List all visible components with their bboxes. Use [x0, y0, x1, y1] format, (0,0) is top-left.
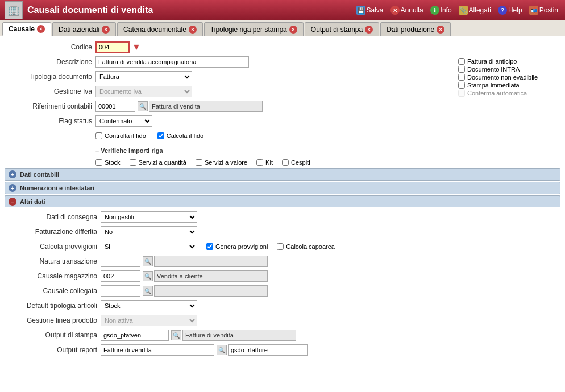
tab-causale[interactable]: Causale × — [2, 22, 51, 36]
output-stampa-desc-input[interactable] — [182, 330, 296, 341]
fatturazione-differita-row: Fatturazione differita No — [10, 226, 555, 238]
gestione-linea-select[interactable]: Non attiva — [101, 315, 197, 326]
natura-transazione-code-input[interactable] — [101, 256, 140, 267]
tipologia-select[interactable]: Fattura — [95, 71, 192, 82]
fatturazione-differita-select[interactable]: No — [101, 226, 197, 237]
tab-close-icon[interactable]: × — [365, 26, 373, 34]
output-stampa-code-input[interactable] — [101, 330, 169, 341]
genera-provvigioni-label: Genera provvigioni — [215, 243, 268, 250]
calcola-fido-checkbox[interactable] — [157, 132, 164, 139]
stock-label: Stock — [105, 159, 121, 166]
tab-close-icon[interactable]: × — [37, 25, 45, 33]
save-button[interactable]: 💾 Salva — [354, 5, 386, 16]
numerazioni-header[interactable]: + Numerazioni e intestatari — [5, 182, 560, 194]
controlla-fido-checkbox[interactable] — [95, 132, 102, 139]
output-stampa-label: Output di stampa — [10, 331, 101, 339]
dati-contabili-section: + Dati contabili — [5, 168, 560, 181]
allegati-icon: 📎 — [459, 6, 468, 15]
altri-dati-title: Altri dati — [20, 198, 45, 205]
tab-catena-documentale[interactable]: Catena documentale × — [117, 22, 203, 36]
cancel-icon: ✕ — [390, 6, 400, 15]
natura-transazione-search-button[interactable]: 🔍 — [143, 256, 153, 266]
output-stampa-search-button[interactable]: 🔍 — [171, 330, 181, 340]
cancel-button[interactable]: ✕ Annulla — [388, 5, 426, 16]
natura-transazione-desc-input[interactable] — [154, 256, 268, 267]
output-report-label: Output report — [10, 346, 101, 354]
servizi-valore-checkbox[interactable] — [196, 159, 202, 166]
allegati-button[interactable]: 📎 Allegati — [456, 5, 493, 16]
causale-magazzino-desc-input[interactable] — [154, 270, 268, 282]
tab-close-icon[interactable]: × — [189, 26, 197, 34]
altri-dati-content: Dati di consegna Non gestiti Fatturazion… — [5, 207, 560, 362]
dati-contabili-header[interactable]: + Dati contabili — [5, 169, 560, 180]
dati-consegna-select[interactable]: Non gestiti — [101, 211, 197, 223]
documento-non-evadibile-row: Documento non evadibile — [458, 74, 560, 81]
flag-status-select[interactable]: Confermato — [95, 115, 152, 127]
conferma-automatica-checkbox[interactable] — [458, 90, 465, 97]
calcola-capoarea-row: Calcola capoarea — [277, 243, 335, 250]
gestione-linea-label: Gestione linea prodotto — [10, 316, 101, 324]
output-report-search-button[interactable]: 🔍 — [217, 345, 227, 355]
fido-row: Controlla il fido Calcola il fido — [5, 130, 447, 142]
documento-non-evadibile-checkbox[interactable] — [458, 74, 465, 81]
riferimenti-search-button[interactable]: 🔍 — [138, 101, 148, 111]
postin-button[interactable]: 📬 Postin — [527, 5, 560, 16]
controlla-fido-label: Controlla il fido — [105, 132, 146, 139]
riferimenti-label: Riferimenti contabili — [5, 102, 95, 110]
cespiti-label: Cespiti — [291, 159, 310, 166]
default-tipologia-select[interactable]: Stock — [101, 300, 197, 311]
output-report-code-input[interactable] — [101, 344, 214, 356]
main-content: Codice ▼ Descrizione Tipologia documento… — [0, 36, 565, 392]
kit-checkbox[interactable] — [256, 159, 263, 166]
descrizione-input[interactable] — [95, 56, 249, 68]
servizi-quantita-checkbox[interactable] — [130, 159, 136, 166]
causale-collegata-code-input[interactable] — [101, 285, 140, 297]
info-button[interactable]: ℹ Info — [428, 5, 454, 16]
gestione-iva-label: Gestione Iva — [5, 87, 95, 95]
riferimenti-fields: 🔍 — [95, 101, 263, 112]
tab-close-icon[interactable]: × — [102, 26, 110, 34]
tab-dati-produzione[interactable]: Dati produzione × — [380, 22, 451, 36]
tab-dati-aziendali[interactable]: Dati aziendali × — [52, 22, 116, 36]
calcola-capoarea-checkbox[interactable] — [277, 243, 284, 250]
riferimenti-desc-input[interactable] — [149, 101, 263, 112]
help-button[interactable]: ? Help — [496, 5, 525, 16]
causale-collegata-search-button[interactable]: 🔍 — [143, 286, 153, 296]
riferimenti-code-input[interactable] — [95, 101, 135, 112]
documento-intra-checkbox[interactable] — [458, 66, 465, 73]
help-icon: ? — [498, 6, 507, 15]
riferimenti-row: Riferimenti contabili 🔍 — [5, 100, 447, 112]
calcola-provvigioni-label: Calcola provvigioni — [10, 243, 101, 251]
gestione-iva-row: Gestione Iva Documento Iva — [5, 85, 447, 98]
output-report-desc-input[interactable] — [228, 344, 308, 356]
causale-collegata-fields: 🔍 — [101, 285, 268, 297]
causale-collegata-desc-input[interactable] — [154, 285, 268, 297]
tab-output-stampa[interactable]: Output di stampa × — [305, 22, 379, 36]
cespiti-checkbox[interactable] — [282, 159, 289, 166]
fatturazione-differita-label: Fatturazione differita — [10, 228, 101, 236]
dati-contabili-title: Dati contabili — [20, 171, 59, 178]
stampa-immediata-checkbox[interactable] — [458, 82, 465, 89]
stock-checkbox[interactable] — [95, 159, 102, 166]
documento-non-evadibile-label: Documento non evadibile — [467, 74, 538, 81]
causale-magazzino-fields: 🔍 — [101, 270, 268, 282]
tab-tipologie-riga[interactable]: Tipologie riga per stampa × — [204, 22, 304, 36]
verifica-checkboxes-row: Stock Servizi a quantità Servizi a valor… — [95, 159, 447, 166]
dati-consegna-row: Dati di consegna Non gestiti — [10, 211, 555, 223]
calcola-provvigioni-select[interactable]: Si — [101, 241, 197, 252]
gestione-linea-row: Gestione linea prodotto Non attiva — [10, 314, 555, 327]
altri-dati-header[interactable]: − Altri dati — [5, 196, 560, 207]
codice-input[interactable] — [95, 41, 130, 53]
natura-transazione-row: Natura transazione 🔍 — [10, 255, 555, 268]
gestione-iva-select[interactable]: Documento Iva — [95, 86, 192, 97]
servizi-quantita-row: Servizi a quantità — [130, 159, 186, 166]
fattura-anticipo-checkbox[interactable] — [458, 58, 465, 65]
tab-close-icon[interactable]: × — [437, 26, 444, 34]
conferma-automatica-label: Conferma automatica — [467, 90, 527, 97]
tab-close-icon[interactable]: × — [289, 26, 297, 34]
causale-magazzino-search-button[interactable]: 🔍 — [143, 271, 153, 281]
genera-provvigioni-checkbox[interactable] — [206, 243, 213, 250]
kit-label: Kit — [265, 159, 273, 166]
verifica-section-label: – Verifiche importi riga — [95, 147, 163, 154]
causale-magazzino-code-input[interactable] — [101, 270, 140, 282]
